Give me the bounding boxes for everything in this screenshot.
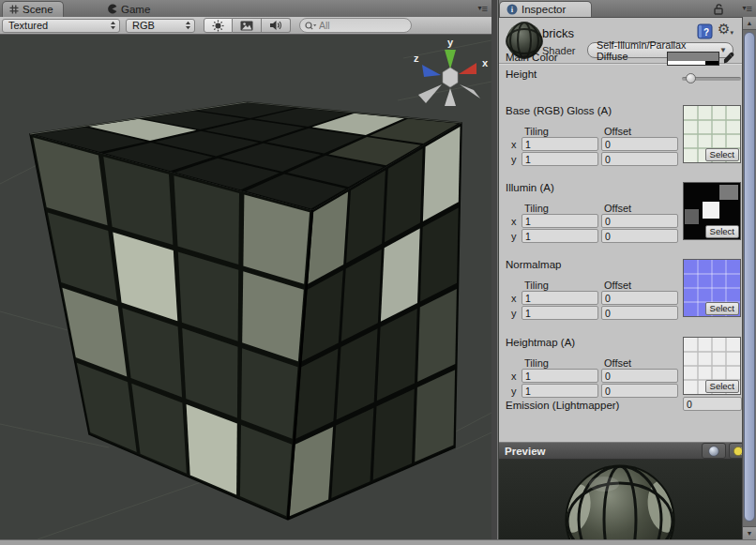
svg-text:x: x <box>482 57 489 68</box>
inspector-pane-menu-icon[interactable]: ▾≡ <box>743 3 752 14</box>
eyedropper-icon[interactable] <box>722 50 735 65</box>
x-axis-label: x <box>511 139 517 150</box>
tab-inspector-label: Inspector <box>522 4 566 15</box>
unity-editor-window: Scene Game ▾≡ Textured RGB <box>0 0 756 545</box>
heightmap-x-tiling-field[interactable] <box>522 369 598 383</box>
tiling-header: Tiling <box>524 357 549 369</box>
normalmap-x-offset-field[interactable] <box>601 291 678 305</box>
info-icon: i <box>507 4 518 15</box>
grid-icon <box>9 5 19 14</box>
base-x-offset-field[interactable] <box>601 137 678 151</box>
popup-arrows-icon <box>185 21 191 30</box>
audio-toggle-button[interactable] <box>262 18 291 33</box>
main-color-label: Main Color <box>506 52 558 63</box>
emission-label: Emission (Lightmapper) <box>506 400 619 411</box>
scroll-down-arrow[interactable]: ▼ <box>743 526 756 539</box>
offset-header: Offset <box>604 357 631 369</box>
sphere-icon <box>708 446 719 457</box>
render-mode-dropdown[interactable]: Textured <box>2 19 120 33</box>
select-button[interactable]: Select <box>705 225 739 238</box>
scene-view-toggles <box>204 18 291 33</box>
color-channels-value: RGB <box>132 20 155 31</box>
scene-search-field[interactable] <box>299 18 412 33</box>
tiling-header: Tiling <box>524 203 549 214</box>
speaker-icon <box>269 20 282 31</box>
heightmap-y-tiling-field[interactable] <box>522 384 598 398</box>
y-axis-label: y <box>511 154 517 165</box>
section-label: Base (RGB) Gloss (A) <box>506 105 612 116</box>
offset-header: Offset <box>604 126 631 137</box>
tab-game[interactable]: Game <box>99 1 158 17</box>
tab-scene[interactable]: Scene <box>2 1 64 17</box>
x-axis-label: x <box>511 216 517 227</box>
normalmap-texture-thumbnail[interactable]: Select <box>683 259 741 317</box>
base-texture-thumbnail[interactable]: Select <box>683 105 741 163</box>
tab-inspector[interactable]: i Inspector <box>499 1 592 17</box>
texture-section-illumin: Illumin (A) Select Tiling Offset x y <box>499 182 756 257</box>
heightmap-y-offset-field[interactable] <box>601 384 678 398</box>
color-channels-dropdown[interactable]: RGB <box>126 19 195 33</box>
x-axis-label: x <box>511 293 517 304</box>
scene-pane-menu-icon[interactable]: ▾≡ <box>478 3 488 14</box>
select-button[interactable]: Select <box>705 302 739 315</box>
tab-scene-label: Scene <box>23 4 53 15</box>
preview-header[interactable]: Preview <box>499 442 756 460</box>
scene-viewport[interactable]: yxz <box>0 35 491 539</box>
illumin-x-tiling-field[interactable] <box>522 214 598 228</box>
lighting-toggle-button[interactable] <box>204 18 233 33</box>
section-label: Illumin (A) <box>506 182 554 193</box>
illumin-y-tiling-field[interactable] <box>522 229 598 243</box>
preview-sphere-button[interactable] <box>702 443 726 459</box>
game-icon <box>107 4 117 14</box>
material-preview-area[interactable] <box>499 460 756 539</box>
search-icon <box>304 21 317 31</box>
heightmap-texture-thumbnail[interactable]: Select <box>683 337 741 395</box>
y-axis-label: y <box>511 231 517 242</box>
scene-tabbar: Scene Game ▾≡ <box>0 0 491 18</box>
select-button[interactable]: Select <box>705 148 739 161</box>
base-x-tiling-field[interactable] <box>522 137 598 151</box>
illumin-y-offset-field[interactable] <box>601 229 678 243</box>
tab-game-label: Game <box>121 4 150 15</box>
height-label: Height <box>506 68 537 80</box>
scroll-up-arrow[interactable]: ▲ <box>743 17 756 30</box>
inspector-tabbar: i Inspector ▾≡ <box>499 0 756 18</box>
texture-section-normalmap: Normalmap Select Tiling Offset x y <box>499 259 756 334</box>
section-label: Normalmap <box>506 259 561 270</box>
illumin-x-offset-field[interactable] <box>601 214 678 228</box>
image-icon <box>240 21 253 31</box>
gear-icon[interactable]: ⚙▾ <box>718 21 733 38</box>
scene-3d-render: yxz <box>0 35 491 539</box>
texture-section-base: Base (RGB) Gloss (A) Select Tiling Offse… <box>499 105 756 180</box>
material-name: bricks <box>542 26 574 40</box>
offset-header: Offset <box>604 280 631 291</box>
base-y-tiling-field[interactable] <box>522 152 598 166</box>
window-bottom-edge <box>0 539 756 545</box>
illumin-texture-thumbnail[interactable]: Select <box>683 182 741 240</box>
tiling-header: Tiling <box>524 126 549 137</box>
help-book-icon[interactable]: ? <box>697 23 713 39</box>
search-input[interactable] <box>319 20 385 31</box>
base-y-offset-field[interactable] <box>601 152 678 166</box>
normalmap-x-tiling-field[interactable] <box>522 291 598 305</box>
emission-field[interactable] <box>683 397 742 411</box>
skybox-toggle-button[interactable] <box>233 18 262 33</box>
normalmap-y-offset-field[interactable] <box>601 306 678 320</box>
heightmap-x-offset-field[interactable] <box>601 369 678 383</box>
inspector-panel: i Inspector ▾≡ <box>499 0 756 539</box>
height-slider[interactable] <box>682 73 741 83</box>
panel-splitter[interactable] <box>491 0 498 545</box>
scene-panel: Scene Game ▾≡ Textured RGB <box>0 0 491 545</box>
slider-thumb[interactable] <box>686 73 696 83</box>
main-color-swatch[interactable] <box>667 52 719 66</box>
preview-sphere-render <box>499 460 756 539</box>
render-mode-value: Textured <box>8 20 48 31</box>
svg-text:?: ? <box>703 27 709 38</box>
y-axis-label: y <box>511 386 517 397</box>
svg-text:z: z <box>414 53 419 64</box>
normalmap-y-tiling-field[interactable] <box>522 306 598 320</box>
inspector-scrollbar[interactable]: ▲ ▼ <box>742 17 756 539</box>
scrollbar-thumb[interactable] <box>744 32 755 522</box>
select-button[interactable]: Select <box>705 380 739 393</box>
lock-icon[interactable] <box>713 3 724 15</box>
